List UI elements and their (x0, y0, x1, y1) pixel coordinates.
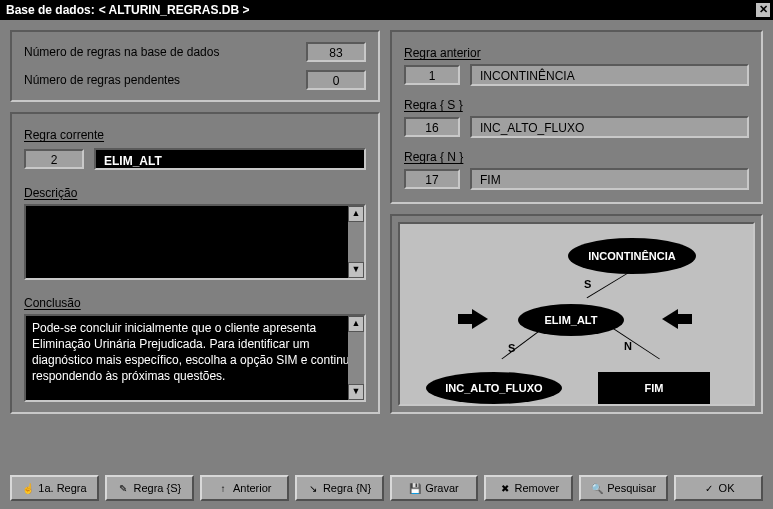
pointer-icon: ☝ (22, 483, 34, 494)
diagram-edge-top-label: S (584, 278, 591, 290)
scrollbar-track[interactable] (348, 332, 364, 384)
scrollbar-track[interactable] (348, 222, 364, 262)
chevron-up-icon[interactable]: ▲ (348, 206, 364, 222)
link-prev-id: 1 (404, 65, 460, 85)
prev-label: Anterior (233, 482, 272, 494)
window-body: Número de regras na base de dados 83 Núm… (0, 20, 773, 424)
description-textarea[interactable] (24, 204, 366, 280)
link-n-id: 17 (404, 169, 460, 189)
diagram-canvas: INCONTINÊNCIA ELIM_ALT INC_ALTO_FLUXO FI… (398, 222, 755, 406)
ok-label: OK (719, 482, 735, 494)
save-label: Gravar (425, 482, 459, 494)
ok-button[interactable]: ✓ OK (674, 475, 763, 501)
search-icon: 🔍 (591, 483, 603, 494)
button-bar: ☝ 1a. Regra ✎ Regra {S} ↑ Anterior ↘ Reg… (10, 475, 763, 501)
links-panel: Regra anterior 1 INCONTINÊNCIA Regra { S… (390, 30, 763, 204)
chevron-down-icon[interactable]: ▼ (348, 262, 364, 278)
link-s-heading: Regra { S } (404, 98, 749, 112)
link-n-heading: Regra { N } (404, 150, 749, 164)
current-rule-id-row: 2 ELIM_ALT (24, 148, 366, 170)
prev-button[interactable]: ↑ Anterior (200, 475, 289, 501)
diagram-node-left: INC_ALTO_FLUXO (426, 372, 562, 404)
link-n-row: 17 FIM (404, 168, 749, 190)
description-heading: Descrição (24, 186, 366, 200)
arrow-down-right-icon: ↘ (307, 483, 319, 494)
description-wrap: ▲ ▼ (24, 204, 366, 280)
diagram-panel: INCONTINÊNCIA ELIM_ALT INC_ALTO_FLUXO FI… (390, 214, 763, 414)
stats-row-pending: Número de regras pendentes 0 (24, 70, 366, 90)
save-icon: 💾 (409, 483, 421, 494)
search-button[interactable]: 🔍 Pesquisar (579, 475, 668, 501)
diagram-arrow-right (662, 309, 678, 329)
link-prev-row: 1 INCONTINÊNCIA (404, 64, 749, 86)
link-s-id: 16 (404, 117, 460, 137)
conclusion-wrap: Pode-se concluir inicialmente que o clie… (24, 314, 366, 402)
diagram-node-center: ELIM_ALT (518, 304, 624, 336)
title-db-name: < ALTURIN_REGRAS.DB > (99, 3, 250, 17)
diagram-node-right: FIM (598, 372, 710, 404)
conclusion-scrollbar[interactable]: ▲ ▼ (348, 316, 364, 400)
stats-row-rules: Número de regras na base de dados 83 (24, 42, 366, 62)
link-s-name: INC_ALTO_FLUXO (470, 116, 749, 138)
current-rule-id: 2 (24, 149, 84, 169)
first-rule-label: 1a. Regra (38, 482, 86, 494)
titlebar: Base de dados: < ALTURIN_REGRAS.DB > ✕ (0, 0, 773, 20)
close-icon[interactable]: ✕ (755, 2, 771, 18)
diagram-arrow-right-tail (678, 314, 692, 324)
link-n-name: FIM (470, 168, 749, 190)
first-rule-button[interactable]: ☝ 1a. Regra (10, 475, 99, 501)
left-column: Número de regras na base de dados 83 Núm… (10, 30, 380, 414)
link-s-row: 16 INC_ALTO_FLUXO (404, 116, 749, 138)
stats-rules-value: 83 (306, 42, 366, 62)
search-label: Pesquisar (607, 482, 656, 494)
link-prev-name: INCONTINÊNCIA (470, 64, 749, 86)
stats-panel: Número de regras na base de dados 83 Núm… (10, 30, 380, 102)
link-prev-heading: Regra anterior (404, 46, 749, 60)
diagram-edge-left-label: S (508, 342, 515, 354)
right-column: Regra anterior 1 INCONTINÊNCIA Regra { S… (390, 30, 763, 414)
current-rule-name[interactable]: ELIM_ALT (94, 148, 366, 170)
remove-button[interactable]: ✖ Remover (484, 475, 573, 501)
check-icon: ✓ (703, 483, 715, 494)
diagram-edge-right-label: N (624, 340, 632, 352)
rule-s-label: Regra {S} (133, 482, 181, 494)
current-rule-heading: Regra corrente (24, 128, 366, 142)
rule-n-button[interactable]: ↘ Regra {N} (295, 475, 384, 501)
rule-s-button[interactable]: ✎ Regra {S} (105, 475, 194, 501)
conclusion-textarea[interactable]: Pode-se concluir inicialmente que o clie… (24, 314, 366, 402)
save-button[interactable]: 💾 Gravar (390, 475, 479, 501)
diagram-node-top: INCONTINÊNCIA (568, 238, 696, 274)
app-window: Base de dados: < ALTURIN_REGRAS.DB > ✕ N… (0, 0, 773, 509)
svg-line-2 (608, 325, 660, 359)
diagram-arrow-left-tail (458, 314, 472, 324)
remove-label: Remover (515, 482, 560, 494)
description-scrollbar[interactable]: ▲ ▼ (348, 206, 364, 278)
pen-icon: ✎ (117, 483, 129, 494)
rule-n-label: Regra {N} (323, 482, 371, 494)
conclusion-heading: Conclusão (24, 296, 366, 310)
remove-icon: ✖ (499, 483, 511, 494)
arrow-up-icon: ↑ (217, 483, 229, 494)
current-rule-panel: Regra corrente 2 ELIM_ALT Descrição ▲ ▼ … (10, 112, 380, 414)
stats-pending-value: 0 (306, 70, 366, 90)
diagram-arrow-left (472, 309, 488, 329)
title-prefix: Base de dados: (6, 3, 95, 17)
stats-pending-label: Número de regras pendentes (24, 73, 306, 87)
chevron-up-icon[interactable]: ▲ (348, 316, 364, 332)
stats-rules-label: Número de regras na base de dados (24, 45, 306, 59)
chevron-down-icon[interactable]: ▼ (348, 384, 364, 400)
